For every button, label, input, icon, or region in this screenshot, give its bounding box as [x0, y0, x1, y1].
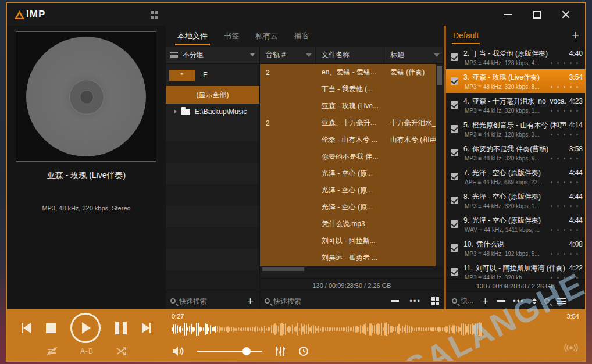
volume-slider[interactable]: [197, 347, 262, 355]
add-folder-button[interactable]: +: [246, 295, 255, 306]
playlist-item[interactable]: 2.丁当 - 我爱他 (原版伴奏)4:40 MP3 ≡ 44 kHz, 128 …: [446, 45, 585, 69]
rating-dots[interactable]: [551, 277, 583, 279]
shuffle-button[interactable]: [116, 347, 127, 356]
rating-dots[interactable]: [551, 181, 583, 183]
rating-dots[interactable]: [551, 134, 583, 135]
table-row[interactable]: 刘昊远 - 孤勇者 ...: [260, 249, 436, 266]
checkbox-icon[interactable]: [451, 244, 458, 252]
table-row[interactable]: 伦桑 - 山有木兮 ...山有木兮 (和声...: [260, 131, 436, 148]
clock-icon[interactable]: [298, 346, 309, 356]
rating-dots[interactable]: [551, 86, 583, 88]
table-row[interactable]: 光泽 - 空心 (原...: [260, 182, 436, 199]
scrollbar-thumb[interactable]: [437, 66, 442, 85]
playlist-item-selected[interactable]: 3.亚森 - 玫瑰 (Live伴奏)3:54 MP3 ≡ 48 kHz, 320…: [446, 69, 585, 93]
group-mode-dropdown[interactable]: 不分组: [166, 47, 259, 64]
rating-dots[interactable]: [551, 229, 583, 231]
minimize-button[interactable]: [493, 3, 522, 26]
tab-podcasts[interactable]: 播客: [286, 26, 318, 47]
playlist-item[interactable]: 4.亚森 - 十万毫升泪水_no_voca...4:23 MP3 ≡ 44 kH…: [446, 93, 585, 117]
playlist-item[interactable]: 7.光泽 - 空心 (原版伴奏)4:44 APE ≡ 44 kHz, 669 k…: [446, 165, 585, 188]
stop-button[interactable]: [46, 323, 56, 333]
tree-expand-icon[interactable]: [174, 109, 177, 114]
checkbox-icon[interactable]: [451, 53, 458, 61]
playlist-item[interactable]: 11.刘可以 - 阿拉斯加海湾 (伴奏)4:22 MP3 ≡ 44 kHz, 3…: [446, 260, 585, 279]
rating-dots[interactable]: [551, 110, 583, 112]
seekbar-waveform[interactable]: [172, 321, 580, 337]
tab-private-cloud[interactable]: 私有云: [247, 26, 286, 47]
table-row[interactable]: 光泽 - 空心 (原...: [260, 165, 436, 182]
search-icon[interactable]: [544, 298, 550, 304]
volume-knob[interactable]: [242, 347, 251, 355]
repeat-button[interactable]: [45, 347, 58, 356]
filter-funnel-icon[interactable]: [434, 53, 440, 57]
table-search-input[interactable]: [273, 297, 387, 305]
checkbox-icon[interactable]: [451, 101, 458, 109]
rating-dots[interactable]: [551, 205, 583, 207]
tab-local-files[interactable]: 本地文件: [169, 26, 216, 47]
next-button[interactable]: [142, 323, 151, 333]
sort-icon[interactable]: [532, 298, 537, 304]
scrollbar-thumb[interactable]: [262, 267, 304, 271]
playlist-tab-default[interactable]: Default: [452, 27, 480, 44]
playlist-item[interactable]: 9.光泽 - 空心 (原版伴奏)4:44 WAV ≡ 44 kHz, 1411 …: [446, 212, 585, 236]
checkbox-icon[interactable]: [451, 220, 458, 228]
column-track-number[interactable]: 音轨 #: [260, 47, 316, 63]
radio-broadcast-icon[interactable]: [564, 343, 578, 355]
previous-button[interactable]: [22, 323, 31, 333]
table-horizontal-scrollbar[interactable]: [260, 266, 444, 272]
filter-funnel-icon[interactable]: [306, 53, 312, 57]
column-file-name[interactable]: 文件名称: [316, 47, 384, 63]
aimp-window: IMP 亚森 - 玫瑰 (Live伴奏) MP3, 48 kHz, 320 kb…: [6, 2, 586, 362]
add-playlist-button[interactable]: +: [572, 29, 579, 42]
playlist-item[interactable]: 5.橙光原创音乐 - 山有木兮 (和声...4:14 MP3 ≡ 44 kHz,…: [446, 117, 585, 141]
checkbox-icon[interactable]: [451, 77, 458, 85]
search-icon[interactable]: [452, 298, 457, 304]
table-vertical-scrollbar[interactable]: [436, 64, 444, 266]
playlist-item[interactable]: 8.光泽 - 空心 (原版伴奏)4:44 MP3 ≡ 44 kHz, 320 k…: [446, 188, 585, 212]
checkbox-icon[interactable]: [451, 197, 458, 204]
pause-button[interactable]: [115, 322, 127, 334]
table-row[interactable]: 凭什么说.mp3: [260, 216, 436, 233]
volume-track: [197, 351, 262, 352]
checkbox-icon[interactable]: [451, 173, 458, 180]
playlist-menu-icon[interactable]: [557, 298, 566, 304]
playlist-item[interactable]: 10.凭什么说4:08 MP3 ≡ 48 kHz, 192 kbps, 5...: [446, 236, 585, 260]
table-row[interactable]: 2亚森、十万毫升...十万毫升泪水_n...: [260, 115, 436, 131]
browser-search-input[interactable]: [179, 297, 242, 305]
folder-tree-item[interactable]: E:\Backup\Music: [166, 104, 259, 120]
table-row[interactable]: 2en、爱错 - 爱错...爱错 (伴奏): [260, 64, 436, 81]
remove-files-button[interactable]: [497, 300, 505, 302]
equalizer-icon[interactable]: [275, 346, 286, 356]
main-menu-grid-icon[interactable]: [151, 11, 158, 19]
drive-filter-button[interactable]: *: [169, 70, 195, 81]
show-all-button[interactable]: (显示全部): [166, 86, 259, 104]
checkbox-icon[interactable]: [451, 125, 458, 133]
table-row[interactable]: 光泽 - 空心 (原...: [260, 199, 436, 216]
table-row[interactable]: 亚森 - 玫瑰 (Live...: [260, 98, 436, 115]
more-options-button[interactable]: •••: [409, 299, 421, 302]
close-button[interactable]: [551, 3, 580, 26]
table-row[interactable]: 刘可以 - 阿拉斯...: [260, 233, 436, 249]
add-files-button[interactable]: +: [481, 295, 490, 306]
playlist-item[interactable]: 6.你要的不是我 伴奏(曹杨)3:58 MP3 ≡ 48 kHz, 320 kb…: [446, 141, 585, 165]
table-row[interactable]: 你要的不是我 伴...: [260, 148, 436, 165]
view-tiles-button[interactable]: [431, 297, 439, 305]
playlist-items: 2.丁当 - 我爱他 (原版伴奏)4:40 MP3 ≡ 44 kHz, 128 …: [446, 45, 585, 279]
checkbox-icon[interactable]: [451, 149, 458, 156]
rating-dots[interactable]: [551, 253, 583, 255]
window-controls: [493, 3, 580, 26]
play-button[interactable]: [70, 313, 101, 343]
checkbox-icon[interactable]: [451, 268, 458, 276]
ab-repeat-button[interactable]: A-B: [80, 347, 94, 355]
maximize-button[interactable]: [522, 3, 551, 26]
tab-bookmarks[interactable]: 书签: [216, 26, 247, 47]
table-row[interactable]: 丁当 - 我爱他 (...: [260, 81, 436, 98]
playlist-search-placeholder[interactable]: 快...: [461, 296, 473, 306]
library-tabs: 本地文件 书签 私有云 播客: [166, 26, 444, 47]
speaker-icon[interactable]: [172, 346, 184, 356]
remove-button[interactable]: [391, 300, 399, 302]
more-options-button[interactable]: •••: [513, 299, 525, 302]
rating-dots[interactable]: [551, 158, 583, 159]
column-title[interactable]: 标题: [384, 47, 444, 63]
rating-dots[interactable]: [551, 62, 583, 64]
